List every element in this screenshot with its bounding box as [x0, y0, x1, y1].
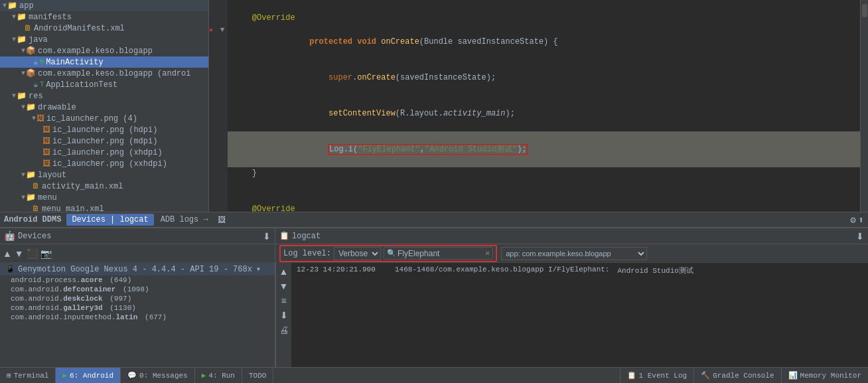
ddms-settings-icon[interactable]: ⚙	[850, 214, 855, 226]
line-breakpoint-area	[209, 12, 217, 24]
tree-item-app[interactable]: ▼ 📁 app	[0, 0, 208, 11]
folder-icon: 📁	[17, 35, 27, 44]
ddms-tab-adb-logs[interactable]: ADB logs →	[155, 214, 214, 226]
line-code: Log.i("FlyElephant","Android Studio测试");	[228, 131, 860, 167]
log-app-select[interactable]: app: com.example.keso.blogapp	[501, 247, 647, 260]
status-event-log[interactable]: 📋 1 Event Log	[620, 368, 694, 384]
process-item-defcontainer[interactable]: com.android.defcontainer (1098)	[0, 285, 275, 294]
ddms-tab-devices-logcat[interactable]: Devices | logcat	[66, 214, 153, 226]
tree-item-ic-launcher-group[interactable]: ▼ 🖼 ic_launcher.png (4)	[0, 113, 208, 124]
line-fold-area	[217, 131, 228, 167]
fold-arrow: ▼	[21, 47, 25, 54]
devices-stop-btn[interactable]: ⬛	[27, 248, 38, 259]
tree-item-activity-main[interactable]: 🗎 activity_main.xml	[0, 181, 208, 192]
status-left: ⊞ Terminal ▶ 6: Android 💬 0: Messages ▶ …	[0, 368, 273, 384]
package-icon: 📦	[26, 46, 36, 56]
tree-item-mdpi[interactable]: 🖼 ic_launcher.png (mdpi)	[0, 135, 208, 147]
process-item-gallery3d[interactable]: com.android.gallery3d (1130)	[0, 303, 275, 313]
process-item-inputmethod[interactable]: com.android.inputmethod.latin (677)	[0, 313, 275, 322]
process-item-deskclock[interactable]: com.android.deskclock (997)	[0, 294, 275, 303]
devices-panel-title: 🤖 Devices	[4, 230, 51, 242]
logcat-collapse-btn[interactable]: ⬇	[856, 231, 864, 242]
tree-item-xhdpi[interactable]: 🖼 ic_launcher.png (xhdpi)	[0, 147, 208, 158]
log-level-select[interactable]: Verbose Debug Info Warn Error Assert	[334, 247, 381, 260]
tree-item-menu[interactable]: ▼ 📁 menu	[0, 192, 208, 203]
folder-icon: 📁	[7, 1, 17, 11]
device-name: Genymotion Google Nexus 4 - 4.4.4 - API …	[18, 265, 252, 274]
phone-icon: 📱	[5, 264, 15, 274]
tree-item-package1[interactable]: ▼ 📦 com.example.keso.blogapp	[0, 45, 208, 56]
annotation: @Override	[233, 204, 295, 212]
tree-item-package2[interactable]: ▼ 📦 com.example.keso.blogapp (androi	[0, 68, 208, 79]
folder-icon: 📁	[26, 192, 36, 202]
log-message: Android Studio测试	[617, 266, 693, 275]
tree-label: MainActivity	[46, 58, 103, 67]
logcat-side-btn5[interactable]: 🖨	[278, 324, 290, 336]
line-breakpoint-area	[209, 96, 217, 131]
tree-item-layout[interactable]: ▼ 📁 layout	[0, 169, 208, 181]
devices-action-btn[interactable]: ⬇	[263, 231, 271, 242]
status-gradle-console[interactable]: 🔨 Gradle Console	[693, 368, 780, 384]
tree-item-apptest[interactable]: ☕ T ApplicationTest	[0, 79, 208, 90]
device-dropdown[interactable]: ▾	[256, 264, 261, 274]
logcat-scroll-up-btn[interactable]: ▲	[278, 266, 290, 277]
devices-dn-btn[interactable]: ▼	[15, 248, 24, 259]
tree-item-java[interactable]: ▼ 📁 java	[0, 34, 208, 45]
img-icon: 🖼	[42, 159, 50, 169]
android-label: 6: Android	[70, 372, 113, 380]
line-fold-area	[217, 0, 228, 12]
editor[interactable]: @Override ● ▼ protected void onCreate(Bu…	[209, 0, 860, 212]
ddms-screenshot-btn[interactable]: 🖼	[218, 215, 226, 225]
process-pid: (1130)	[109, 304, 136, 312]
tree-item-res[interactable]: ▼ 📁 res	[0, 90, 208, 102]
tree-item-drawable[interactable]: ▼ 📁 drawable	[0, 102, 208, 113]
ddms-restore-icon[interactable]: ⬆	[859, 214, 864, 226]
devices-toolbar: ▲ ▼ ⬛ 📷	[0, 244, 275, 263]
log-search-input[interactable]	[398, 249, 484, 258]
method-name: onCreate	[357, 73, 396, 82]
ddms-left: Android DDMS Devices | logcat ADB logs →…	[4, 214, 226, 226]
line-breakpoint-area	[209, 191, 217, 203]
status-tab-messages[interactable]: 💬 0: Messages	[121, 368, 195, 384]
logcat-panel-title: 📋 logcat	[279, 231, 321, 241]
bold-part: defcontainer	[63, 285, 115, 293]
tree-item-xxhdpi[interactable]: 🖼 ic_launcher.png (xxhdpi)	[0, 158, 208, 169]
main-icon: M	[40, 58, 44, 66]
tree-item-manifests[interactable]: ▼ 📁 manifests	[0, 11, 208, 23]
tree-label: ic_launcher.png (hdpi)	[52, 125, 157, 135]
status-tab-android[interactable]: ▶ 6: Android	[56, 368, 121, 384]
tree-item-mainactivity[interactable]: ☕ M MainActivity	[0, 56, 208, 68]
status-tab-terminal[interactable]: ⊞ Terminal	[0, 368, 56, 384]
terminal-label: Terminal	[14, 372, 49, 380]
status-memory-monitor[interactable]: 📊 Memory Monitor	[781, 368, 868, 384]
ddms-icons: ⚙ ⬆	[850, 214, 864, 226]
android-icon: 🤖	[4, 230, 15, 242]
process-item-acore[interactable]: android.process.acore (649)	[0, 275, 275, 285]
devices-screenshot-btn[interactable]: 📷	[40, 248, 52, 259]
run-label: 4: Run	[208, 372, 235, 380]
line-code: }	[228, 167, 860, 179]
tree-item-hdpi[interactable]: 🖼 ic_launcher.png (hdpi)	[0, 124, 208, 135]
tree-label: menu	[38, 193, 57, 202]
status-tab-todo[interactable]: TODO	[242, 368, 273, 384]
line-fold-area	[217, 203, 228, 212]
status-tab-run[interactable]: ▶ 4: Run	[195, 368, 242, 384]
editor-scrollbar[interactable]	[860, 0, 868, 212]
logcat-side-btn4[interactable]: ⬇	[279, 309, 289, 321]
code-line	[209, 179, 860, 191]
event-log-icon: 📋	[627, 371, 636, 380]
code-line: setContentView(R.layout.activity_main);	[209, 96, 860, 131]
fold-arrow: ▼	[21, 194, 25, 201]
tree-label: menu_main.xml	[42, 204, 104, 212]
devices-up-btn[interactable]: ▲	[3, 248, 12, 259]
device-item-nexus4[interactable]: 📱 Genymotion Google Nexus 4 - 4.4.4 - AP…	[0, 263, 275, 275]
folder-icon: 📁	[17, 91, 27, 101]
logcat-scroll-dn-btn[interactable]: ▼	[278, 280, 290, 292]
logcat-side-btn3[interactable]: ≡	[279, 295, 287, 307]
ddms-tabs: Devices | logcat ADB logs → 🖼	[66, 214, 225, 226]
tree-item-manifest-xml[interactable]: 🗎 AndroidManifest.xml	[0, 23, 208, 34]
code-line	[209, 191, 860, 203]
tree-label: ic_launcher.png (4)	[46, 114, 137, 123]
log-search-clear-btn[interactable]: ✕	[485, 248, 490, 258]
tree-item-menu-main[interactable]: 🗎 menu_main.xml	[0, 203, 208, 212]
